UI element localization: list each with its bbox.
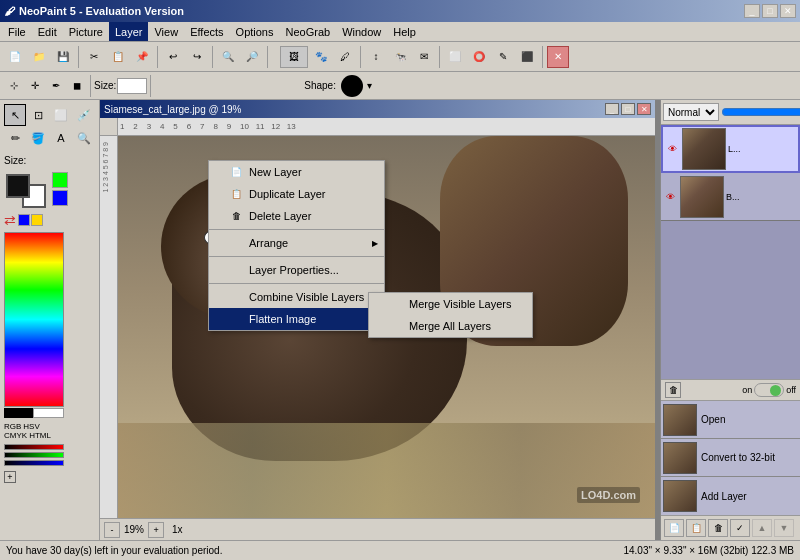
merge-layer-btn[interactable]: ✓ xyxy=(730,519,750,537)
blend-mode-select[interactable]: Normal Multiply Screen xyxy=(663,103,719,121)
move-tool[interactable]: ✛ xyxy=(25,76,45,96)
menu-duplicate-layer[interactable]: 📋 Duplicate Layer xyxy=(209,183,384,205)
layer-entry-1[interactable]: Open xyxy=(661,401,800,439)
cut-button[interactable]: ✂ xyxy=(83,46,105,68)
toolbar-icon-2[interactable]: 🐾 xyxy=(310,46,332,68)
layer-up-btn[interactable]: ▲ xyxy=(752,519,772,537)
tool-text[interactable]: A xyxy=(50,127,72,149)
toolbar-icon-3[interactable]: 🖊 xyxy=(334,46,356,68)
swap-colors-btn[interactable]: ⇄ xyxy=(4,212,16,228)
zoom-out-button[interactable]: 🔎 xyxy=(241,46,263,68)
cmyk-label[interactable]: CMYK xyxy=(4,431,27,440)
menu-view[interactable]: View xyxy=(148,22,184,41)
redo-button[interactable]: ↪ xyxy=(186,46,208,68)
save-button[interactable]: 💾 xyxy=(52,46,74,68)
close-button[interactable]: ✕ xyxy=(780,4,796,18)
add-color-btn[interactable]: + xyxy=(4,470,95,483)
size-input[interactable] xyxy=(117,78,147,94)
img-close[interactable]: ✕ xyxy=(637,103,651,115)
opacity-slider[interactable] xyxy=(721,106,800,118)
menu-file[interactable]: File xyxy=(2,22,32,41)
tools-grid: ↖ ⊡ ⬜ 💉 ✏ 🪣 A 🔍 xyxy=(4,104,95,149)
toolbar-close[interactable]: ✕ xyxy=(547,46,569,68)
toolbar-icon-4[interactable]: ↕ xyxy=(365,46,387,68)
bw-row xyxy=(4,408,64,418)
selection-tool[interactable]: ⊹ xyxy=(4,76,24,96)
tool-zoom[interactable]: 🔍 xyxy=(73,127,95,149)
menu-neograb[interactable]: NeoGrab xyxy=(280,22,337,41)
menu-options[interactable]: Options xyxy=(230,22,280,41)
menu-new-layer[interactable]: 📄 New Layer xyxy=(209,161,384,183)
menu-layer[interactable]: Layer xyxy=(109,22,149,41)
img-minimize[interactable]: _ xyxy=(605,103,619,115)
layer-item-2[interactable]: 👁 B... xyxy=(661,173,800,221)
tool-crop[interactable]: ⊡ xyxy=(27,104,49,126)
undo-button[interactable]: ↩ xyxy=(162,46,184,68)
paste-button[interactable]: 📌 xyxy=(131,46,153,68)
maximize-button[interactable]: □ xyxy=(762,4,778,18)
menu-edit[interactable]: Edit xyxy=(32,22,63,41)
tool-paint[interactable]: ✏ xyxy=(4,127,26,149)
copy-button[interactable]: 📋 xyxy=(107,46,129,68)
layer-entry-3[interactable]: Add Layer xyxy=(661,477,800,515)
color-palette[interactable] xyxy=(4,232,64,407)
color-mode-2[interactable] xyxy=(31,214,43,226)
menu-combine-visible[interactable]: Combine Visible Layers xyxy=(209,286,384,308)
toolbar-icon-10[interactable]: ⬛ xyxy=(516,46,538,68)
sep7 xyxy=(542,46,543,68)
shape-preview[interactable] xyxy=(341,75,363,97)
blue-bar[interactable] xyxy=(4,460,64,466)
toolbar-icon-6[interactable]: ✉ xyxy=(413,46,435,68)
red-bar[interactable] xyxy=(4,444,64,450)
toolbar-icon-9[interactable]: ✎ xyxy=(492,46,514,68)
delete-layer-btn[interactable]: 🗑 xyxy=(708,519,728,537)
layer-down-btn[interactable]: ▼ xyxy=(774,519,794,537)
color-swatch-green[interactable] xyxy=(52,172,68,188)
menu-layer-properties[interactable]: Layer Properties... xyxy=(209,259,384,281)
menu-delete-layer[interactable]: 🗑 Delete Layer xyxy=(209,205,384,227)
copy-layer-btn[interactable]: 📋 xyxy=(686,519,706,537)
zoom-in-button[interactable]: 🔍 xyxy=(217,46,239,68)
minimize-button[interactable]: _ xyxy=(744,4,760,18)
white-swatch[interactable] xyxy=(33,408,64,418)
fill-tool[interactable]: ◼ xyxy=(67,76,87,96)
menu-help[interactable]: Help xyxy=(387,22,422,41)
color-swatch-blue[interactable] xyxy=(52,190,68,206)
layer-item-1[interactable]: 👁 L... xyxy=(661,125,800,173)
toolbar-icon-5[interactable]: 🐄 xyxy=(389,46,411,68)
fg-color[interactable] xyxy=(6,174,30,198)
pen-tool[interactable]: ✒ xyxy=(46,76,66,96)
hsv-label[interactable]: HSV xyxy=(23,422,39,431)
tool-fill[interactable]: 🪣 xyxy=(27,127,49,149)
menu-merge-visible[interactable]: Merge Visible Layers xyxy=(369,293,532,315)
zoom-out-small[interactable]: - xyxy=(104,522,120,538)
green-bar[interactable] xyxy=(4,452,64,458)
img-maximize[interactable]: □ xyxy=(621,103,635,115)
toolbar-icon-8[interactable]: ⭕ xyxy=(468,46,490,68)
open-button[interactable]: 📁 xyxy=(28,46,50,68)
layer-entry-2[interactable]: Convert to 32-bit xyxy=(661,439,800,477)
toolbar-icon-7[interactable]: ⬜ xyxy=(444,46,466,68)
tool-eyedrop[interactable]: 💉 xyxy=(73,104,95,126)
tool-eraser[interactable]: ⬜ xyxy=(50,104,72,126)
rgb-label[interactable]: RGB xyxy=(4,422,21,431)
html-label[interactable]: HTML xyxy=(29,431,51,440)
toolbar-icon-1[interactable]: 🖼 xyxy=(280,46,308,68)
trash-icon[interactable]: 🗑 xyxy=(665,382,681,398)
tool-arrow[interactable]: ↖ xyxy=(4,104,26,126)
layer-1-eye[interactable]: 👁 xyxy=(665,144,679,154)
menu-picture[interactable]: Picture xyxy=(63,22,109,41)
new-layer-btn[interactable]: 📄 xyxy=(664,519,684,537)
zoom-in-small[interactable]: + xyxy=(148,522,164,538)
menu-window[interactable]: Window xyxy=(336,22,387,41)
black-swatch[interactable] xyxy=(4,408,33,418)
layer-2-eye[interactable]: 👁 xyxy=(663,192,677,202)
menu-arrange[interactable]: Arrange ▶ xyxy=(209,232,384,254)
menu-effects[interactable]: Effects xyxy=(184,22,229,41)
menu-flatten-image[interactable]: Flatten Image ▶ xyxy=(209,308,384,330)
new-button[interactable]: 📄 xyxy=(4,46,26,68)
shape-dropdown[interactable]: ▾ xyxy=(364,75,376,97)
menu-merge-all[interactable]: Merge All Layers xyxy=(369,315,532,337)
toggle-switch[interactable] xyxy=(754,383,784,397)
color-mode-1[interactable] xyxy=(18,214,30,226)
